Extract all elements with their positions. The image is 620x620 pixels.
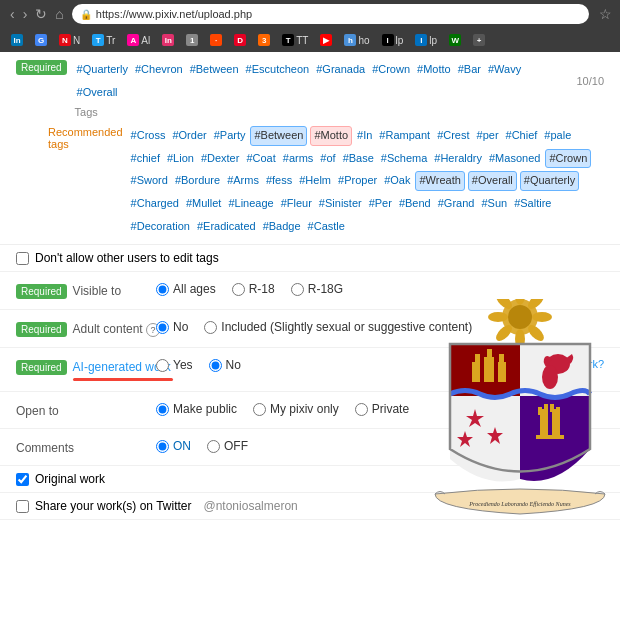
rec-tag[interactable]: #Badge (261, 217, 303, 237)
comments-on-radio[interactable] (156, 440, 169, 453)
rec-tag[interactable]: #per (475, 126, 501, 146)
rec-tag[interactable]: #Order (170, 126, 208, 146)
rec-tag[interactable]: #Schema (379, 149, 429, 169)
rec-tag[interactable]: #Crest (435, 126, 471, 146)
original-work-label[interactable]: Original work (35, 472, 105, 486)
dont-allow-label[interactable]: Don't allow other users to edit tags (35, 251, 219, 265)
bookmark-item[interactable]: T TT (277, 32, 313, 48)
bookmark-item[interactable]: G (30, 32, 52, 48)
tag-crown[interactable]: #Crown (370, 60, 412, 80)
comments-on-option[interactable]: ON (156, 439, 191, 453)
tag-wavy[interactable]: #Wavy (486, 60, 523, 80)
open-mypixiv-option[interactable]: My pixiv only (253, 402, 339, 416)
rec-tag[interactable]: #Chief (504, 126, 540, 146)
comments-off-radio[interactable] (207, 440, 220, 453)
open-public-option[interactable]: Make public (156, 402, 237, 416)
rec-tag[interactable]: #Rampant (377, 126, 432, 146)
rec-tag-crown[interactable]: #Crown (545, 149, 591, 169)
bookmark-item[interactable]: D (229, 32, 251, 48)
bookmark-item[interactable]: T Tr (87, 32, 120, 48)
tag-escutcheon[interactable]: #Escutcheon (244, 60, 312, 80)
visible-r18-radio[interactable] (232, 283, 245, 296)
tag-chevron[interactable]: #Chevron (133, 60, 185, 80)
rec-tag[interactable]: #arms (281, 149, 316, 169)
open-private-option[interactable]: Private (355, 402, 409, 416)
rec-tag[interactable]: #chief (129, 149, 162, 169)
bookmark-item[interactable]: l lp (410, 32, 442, 48)
open-private-radio[interactable] (355, 403, 368, 416)
rec-tag[interactable]: #Grand (436, 194, 477, 214)
rec-tag[interactable]: #Helm (297, 171, 333, 191)
rec-tag-quarterly[interactable]: #Quarterly (520, 171, 579, 191)
bookmark-item[interactable]: N N (54, 32, 85, 48)
rec-tag[interactable]: #Party (212, 126, 248, 146)
rec-tag[interactable]: #Cross (129, 126, 168, 146)
ai-yes-option[interactable]: Yes (156, 358, 193, 372)
rec-tag-overall2[interactable]: #Overall (468, 171, 517, 191)
comments-off-option[interactable]: OFF (207, 439, 248, 453)
rec-tag[interactable]: #Bend (397, 194, 433, 214)
ai-no-option[interactable]: No (209, 358, 241, 372)
rec-tag[interactable]: #pale (542, 126, 573, 146)
rec-tag[interactable]: #Lion (165, 149, 196, 169)
refresh-button[interactable]: ↻ (33, 6, 49, 22)
rec-tag[interactable]: #Masoned (487, 149, 542, 169)
tag-motto[interactable]: #Motto (415, 60, 453, 80)
tag-bar[interactable]: #Bar (456, 60, 483, 80)
rec-tag-wreath[interactable]: #Wreath (415, 171, 464, 191)
bookmark-star-icon[interactable]: ☆ (599, 6, 612, 22)
dont-allow-checkbox[interactable] (16, 252, 29, 265)
rec-tag[interactable]: #Sun (479, 194, 509, 214)
home-button[interactable]: ⌂ (53, 6, 65, 22)
adult-no-option[interactable]: No (156, 320, 188, 334)
rec-tag[interactable]: #Arms (225, 171, 261, 191)
bookmark-item[interactable]: l lp (377, 32, 409, 48)
bookmark-item[interactable]: In (6, 32, 28, 48)
rec-tag[interactable]: #Sword (129, 171, 170, 191)
visible-all-ages-radio[interactable] (156, 283, 169, 296)
bookmark-item[interactable]: ▶ (315, 32, 337, 48)
address-bar[interactable]: 🔒 https://www.pixiv.net/upload.php (72, 4, 589, 24)
bookmark-item[interactable]: In (157, 32, 179, 48)
tag-quarterly[interactable]: #Quarterly (75, 60, 130, 80)
rec-tag[interactable]: #Proper (336, 171, 379, 191)
share-twitter-label[interactable]: Share your work(s) on Twitter (35, 499, 192, 513)
original-work-checkbox[interactable] (16, 473, 29, 486)
rec-tag-motto[interactable]: #Motto (310, 126, 352, 146)
share-twitter-checkbox[interactable] (16, 500, 29, 513)
rec-tag[interactable]: #Coat (244, 149, 277, 169)
visible-all-ages-option[interactable]: All ages (156, 282, 216, 296)
adult-included-radio[interactable] (204, 321, 217, 334)
rec-tag[interactable]: #Saltire (512, 194, 553, 214)
rec-tag[interactable]: #of (318, 149, 337, 169)
ai-yes-radio[interactable] (156, 359, 169, 372)
rec-tag[interactable]: #fess (264, 171, 294, 191)
rec-tag[interactable]: #Castle (306, 217, 347, 237)
visible-r18-option[interactable]: R-18 (232, 282, 275, 296)
rec-tag[interactable]: #Heraldry (432, 149, 484, 169)
back-button[interactable]: ‹ (8, 6, 17, 22)
rec-tag[interactable]: #Lineage (226, 194, 275, 214)
rec-tag[interactable]: #Decoration (129, 217, 192, 237)
rec-tag[interactable]: #Bordure (173, 171, 222, 191)
bookmark-item[interactable]: 3 (253, 32, 275, 48)
visible-r18g-radio[interactable] (291, 283, 304, 296)
rec-tag[interactable]: #Sinister (317, 194, 364, 214)
rec-tag[interactable]: #Dexter (199, 149, 242, 169)
tag-between[interactable]: #Between (188, 60, 241, 80)
bookmark-item[interactable]: 1 (181, 32, 203, 48)
open-mypixiv-radio[interactable] (253, 403, 266, 416)
bookmark-item[interactable]: · (205, 32, 227, 48)
visible-r18g-option[interactable]: R-18G (291, 282, 343, 296)
rec-tag[interactable]: #Mullet (184, 194, 223, 214)
ai-no-radio[interactable] (209, 359, 222, 372)
rec-tag[interactable]: #Charged (129, 194, 181, 214)
rec-tag[interactable]: #Eradicated (195, 217, 258, 237)
bookmark-item[interactable]: W (444, 32, 466, 48)
tag-overall[interactable]: #Overall (75, 83, 120, 103)
open-public-radio[interactable] (156, 403, 169, 416)
adult-no-radio[interactable] (156, 321, 169, 334)
rec-tag-between[interactable]: #Between (250, 126, 307, 146)
rec-tag[interactable]: #In (355, 126, 374, 146)
bookmark-item[interactable]: h ho (339, 32, 374, 48)
